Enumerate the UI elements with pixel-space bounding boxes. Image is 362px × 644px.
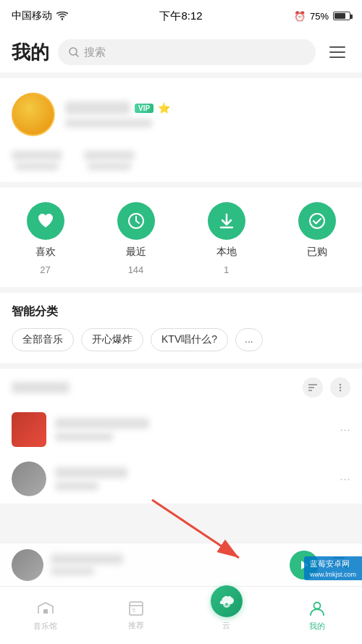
profile-section: VIP ⭐	[0, 78, 362, 182]
nav-label-radio: 云	[222, 620, 230, 631]
music-info-1	[55, 418, 331, 441]
fans-value-blurred	[84, 151, 135, 160]
fans-label-blurred	[88, 162, 131, 170]
tag-ktv[interactable]: KTV唱什么?	[151, 328, 228, 351]
recent-count: 144	[128, 264, 144, 275]
nav-item-recommend[interactable]: 5 推荐	[90, 587, 181, 644]
watermark-url: www.lmkjst.com	[310, 571, 356, 578]
menu-line-2	[329, 51, 345, 53]
music-hall-icon	[36, 599, 55, 618]
stat-following	[12, 151, 62, 170]
nav-label-music-hall: 音乐馆	[33, 621, 57, 632]
music-artist-1-blurred	[55, 432, 113, 441]
svg-rect-20	[130, 602, 143, 615]
music-more-1[interactable]: ···	[340, 422, 350, 438]
quick-item-local[interactable]: 本地 1	[208, 202, 245, 275]
stat-fans	[84, 151, 135, 170]
profile-top[interactable]: VIP ⭐	[12, 93, 350, 136]
profile-name: VIP ⭐	[65, 101, 170, 114]
music-name-2-blurred	[55, 467, 127, 478]
download-icon	[217, 212, 236, 230]
recent-label: 最近	[126, 246, 146, 259]
wifi-icon	[56, 12, 68, 20]
music-section: ··· ···	[0, 369, 362, 503]
cloud-music-icon	[219, 595, 235, 608]
vip-badge: VIP	[135, 104, 153, 113]
search-box[interactable]: 搜索	[58, 39, 316, 65]
menu-line-1	[329, 46, 345, 48]
music-thumb-2	[12, 461, 46, 496]
profile-name-area: VIP ⭐	[65, 101, 170, 127]
search-placeholder: 搜索	[84, 46, 106, 59]
local-label: 本地	[216, 246, 237, 259]
nav-item-radio[interactable]: 云	[181, 587, 272, 644]
player-thumbnail	[12, 549, 43, 581]
action-icon-1[interactable]	[303, 377, 323, 398]
quick-item-purchased[interactable]: 已购	[298, 202, 336, 275]
check-icon	[308, 212, 327, 230]
header: 我的 搜索	[0, 32, 362, 72]
player-name-blurred	[51, 554, 123, 564]
svg-line-1	[76, 54, 78, 57]
music-thumb-img-1	[12, 412, 46, 447]
svg-point-24	[225, 603, 228, 606]
avatar[interactable]	[12, 93, 55, 136]
svg-point-25	[313, 603, 320, 609]
quick-item-recent[interactable]: 最近 144	[117, 202, 155, 275]
svg-point-6	[310, 214, 324, 228]
battery-percent: 75%	[310, 11, 329, 22]
smart-category: 智能分类 全部音乐 开心爆炸 KTV唱什么? ...	[0, 293, 362, 363]
music-info-2	[55, 467, 331, 490]
local-count: 1	[224, 264, 229, 275]
sort-icon	[308, 383, 318, 392]
menu-button[interactable]	[324, 39, 350, 65]
music-artist-2-blurred	[55, 482, 98, 490]
music-thumb-1	[12, 412, 46, 447]
nav-label-recommend: 推荐	[128, 620, 144, 631]
mine-icon	[308, 599, 327, 618]
page-title: 我的	[12, 40, 49, 65]
nav-label-mine: 我的	[309, 621, 325, 632]
following-label-blurred	[15, 162, 59, 170]
profile-sub-blurred	[65, 119, 152, 127]
status-bar: 中国移动 下午8:12 ⏰ 75%	[0, 0, 362, 32]
heart-icon	[36, 212, 55, 230]
svg-point-10	[340, 384, 341, 385]
music-item-2[interactable]: ···	[0, 454, 362, 503]
bottom-nav: 音乐馆 5 推荐 云 我的	[0, 586, 362, 644]
battery-icon	[333, 12, 350, 20]
music-name-1-blurred	[55, 418, 149, 429]
nav-item-music-hall[interactable]: 音乐馆	[0, 587, 90, 644]
recent-icon-circle	[117, 202, 155, 240]
svg-point-12	[340, 390, 341, 391]
status-left: 中国移动	[12, 9, 68, 22]
music-thumb-img-2	[12, 461, 46, 496]
center-nav-button[interactable]	[211, 585, 243, 617]
purchased-label: 已购	[307, 246, 327, 259]
like-count: 27	[40, 264, 50, 275]
purchased-icon-circle	[298, 202, 336, 240]
following-value-blurred	[12, 151, 62, 160]
action-icon-2[interactable]	[330, 377, 350, 398]
carrier-text: 中国移动	[12, 9, 52, 22]
username-blurred	[65, 101, 130, 114]
player-artist-blurred	[51, 567, 94, 575]
music-item-1[interactable]: ···	[0, 405, 362, 454]
tag-more[interactable]: ...	[235, 328, 263, 351]
status-time: 下午8:12	[159, 9, 202, 23]
verified-icon: ⭐	[158, 102, 170, 114]
smart-category-title: 智能分类	[12, 304, 350, 319]
like-label: 喜欢	[35, 246, 56, 259]
svg-line-4	[136, 221, 139, 223]
tag-all-music[interactable]: 全部音乐	[12, 328, 74, 351]
music-list-header	[0, 377, 362, 405]
alarm-icon: ⏰	[294, 11, 306, 22]
quick-item-like[interactable]: 喜欢 27	[27, 202, 64, 275]
recommend-icon: 5	[127, 600, 145, 617]
tag-happy[interactable]: 开心爆炸	[81, 328, 143, 351]
music-more-2[interactable]: ···	[340, 472, 350, 487]
search-icon	[68, 46, 80, 58]
menu-line-3	[329, 57, 345, 58]
nav-item-mine[interactable]: 我的	[272, 587, 362, 644]
status-right: ⏰ 75%	[294, 11, 350, 22]
